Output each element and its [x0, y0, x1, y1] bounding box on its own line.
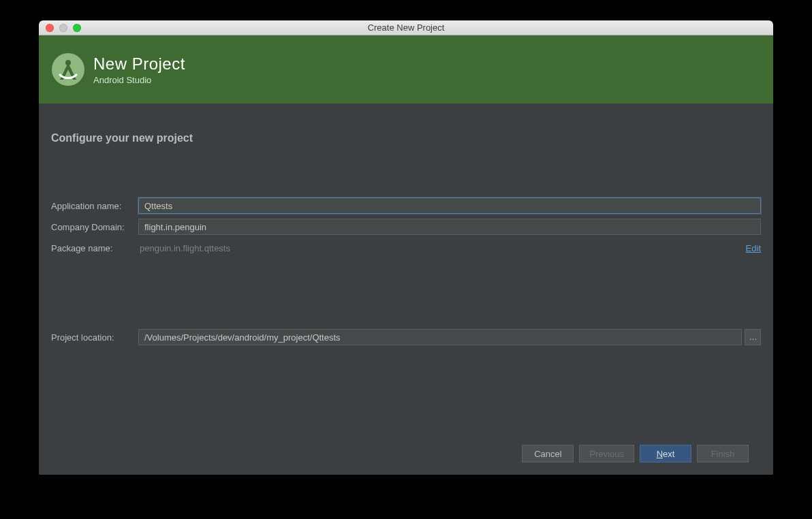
minimize-window-button [59, 24, 67, 32]
company-domain-row: Company Domain: [51, 219, 761, 235]
android-studio-logo-icon [51, 52, 85, 86]
project-location-group: … [138, 329, 761, 345]
form-area: Application name: Company Domain: Packag… [51, 148, 761, 345]
wizard-content: Configure your new project Application n… [39, 104, 773, 475]
application-name-input[interactable] [138, 198, 761, 214]
project-location-input[interactable] [138, 329, 742, 345]
cancel-button[interactable]: Cancel [522, 445, 574, 462]
ellipsis-icon: … [749, 332, 757, 342]
header-title: New Project [93, 54, 185, 74]
package-name-label: Package name: [51, 243, 138, 253]
edit-package-link[interactable]: Edit [746, 243, 761, 253]
window-controls [39, 24, 81, 32]
zoom-window-button[interactable] [73, 24, 81, 32]
finish-button: Finish [697, 445, 749, 462]
wizard-header: New Project Android Studio [39, 35, 773, 104]
spacer [51, 261, 761, 329]
wizard-footer: Cancel Previous Next Finish [51, 432, 761, 475]
titlebar[interactable]: Create New Project [39, 20, 773, 35]
previous-button: Previous [579, 445, 634, 462]
application-name-label: Application name: [51, 201, 138, 211]
header-text: New Project Android Studio [93, 54, 185, 85]
package-name-row: Package name: penguin.in.flight.qttests … [51, 240, 761, 256]
header-subtitle: Android Studio [93, 75, 185, 85]
section-title: Configure your new project [51, 114, 761, 148]
dialog-window: Create New Project New Project Android S… [39, 20, 773, 475]
project-location-row: Project location: … [51, 329, 761, 345]
next-mnemonic: N [657, 449, 663, 459]
browse-location-button[interactable]: … [745, 329, 761, 345]
close-window-button[interactable] [46, 24, 54, 32]
company-domain-label: Company Domain: [51, 222, 138, 232]
application-name-row: Application name: [51, 198, 761, 214]
package-name-value: penguin.in.flight.qttests [138, 243, 746, 253]
next-suffix: ext [663, 449, 674, 459]
next-button[interactable]: Next [640, 445, 691, 462]
company-domain-input[interactable] [138, 219, 761, 235]
window-title: Create New Project [39, 22, 773, 33]
project-location-label: Project location: [51, 332, 138, 343]
